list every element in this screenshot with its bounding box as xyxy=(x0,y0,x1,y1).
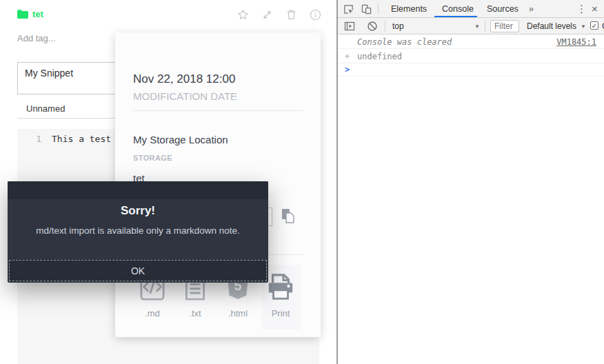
toolbar-separator xyxy=(385,21,385,32)
folder-breadcrumb[interactable]: tet xyxy=(17,9,43,19)
device-toolbar-icon[interactable] xyxy=(361,4,372,17)
folder-name: tet xyxy=(32,9,43,19)
close-devtools-icon[interactable]: × xyxy=(592,4,598,14)
console-filter-input[interactable] xyxy=(490,20,519,32)
export-html-label: .html xyxy=(219,308,257,318)
toolbar-separator xyxy=(378,3,379,14)
active-tab-indicator xyxy=(434,16,477,17)
star-icon[interactable] xyxy=(237,9,249,21)
info-icon[interactable] xyxy=(310,9,321,21)
storage-value: My Storage Location xyxy=(133,134,228,145)
modification-date-label: MODIFICATION DATE xyxy=(133,90,237,102)
folder-icon xyxy=(17,10,28,19)
toolbar-separator xyxy=(485,21,485,32)
kebab-menu-icon[interactable]: ⋮ xyxy=(576,4,586,14)
clear-console-icon[interactable] xyxy=(367,21,378,34)
dialog-title: Sorry! xyxy=(8,204,268,218)
copy-icon[interactable] xyxy=(281,208,295,225)
note-toolbar xyxy=(237,9,321,21)
console-result-row: undefined xyxy=(338,49,604,63)
snippet-tab-unnamed[interactable]: Unnamed xyxy=(26,103,65,114)
return-value-icon xyxy=(343,52,351,62)
inspect-element-icon[interactable] xyxy=(343,4,354,17)
group-similar-checkbox[interactable]: ✓ xyxy=(590,21,598,30)
export-txt-label: .txt xyxy=(176,308,214,318)
context-selector[interactable]: top xyxy=(392,21,404,31)
markdown-file-icon xyxy=(139,292,165,303)
log-level-selector[interactable]: Default levels xyxy=(527,21,576,31)
add-tag-input[interactable]: Add tag... xyxy=(17,33,56,43)
console-prompt-row[interactable]: > xyxy=(338,63,604,77)
chevron-down-icon: ▼ xyxy=(581,23,586,30)
more-tabs-icon[interactable]: » xyxy=(529,4,534,14)
console-message-row: Console was cleared VM1845:1 xyxy=(338,34,604,49)
export-md-label: .md xyxy=(133,308,172,318)
tab-elements[interactable]: Elements xyxy=(391,4,427,14)
console-cleared-text: Console was cleared xyxy=(357,37,452,47)
info-divider-top xyxy=(133,110,303,111)
sorry-dialog: Sorry! md/text import is available only … xyxy=(8,181,268,283)
fullscreen-icon[interactable] xyxy=(261,9,273,21)
editor-line-number: 1 xyxy=(28,134,41,144)
modification-date-value: Nov 22, 2018 12:00 xyxy=(133,72,235,86)
devtools-panel: Elements Console Sources » ⋮ × top ▼ Def… xyxy=(336,0,604,364)
storage-label: STORAGE xyxy=(133,154,172,162)
devtools-tab-bar: Elements Console Sources » ⋮ × xyxy=(338,0,604,18)
printer-icon xyxy=(266,292,295,303)
tab-sources[interactable]: Sources xyxy=(487,4,519,14)
export-print-label: Print xyxy=(261,308,300,318)
html5-icon: 5 xyxy=(225,292,250,303)
dialog-header xyxy=(8,181,268,199)
trash-icon[interactable] xyxy=(285,9,297,21)
editor-code-line: This a test xyxy=(52,134,111,144)
dialog-message: md/text import is available only a markd… xyxy=(8,225,268,236)
console-result-value: undefined xyxy=(357,52,402,61)
tab-console[interactable]: Console xyxy=(442,4,474,14)
console-sidebar-icon[interactable] xyxy=(344,21,355,34)
dialog-ok-button[interactable]: OK xyxy=(9,260,267,281)
console-source-link[interactable]: VM1845:1 xyxy=(556,37,596,47)
chevron-down-icon: ▼ xyxy=(474,23,480,30)
text-file-icon xyxy=(183,292,208,303)
prompt-chevron-icon: > xyxy=(345,65,350,74)
